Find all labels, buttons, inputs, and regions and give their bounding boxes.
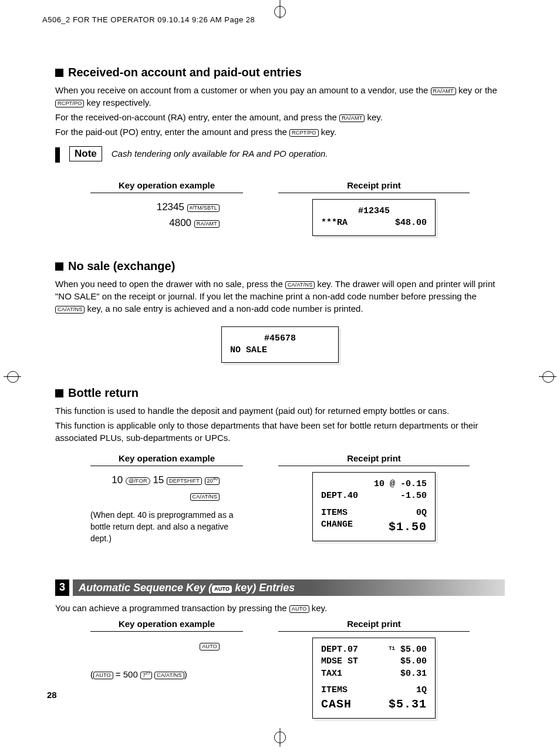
heading-bottle-return: Bottle return xyxy=(55,386,505,400)
paragraph: You can achieve a programmed transaction… xyxy=(55,602,505,614)
receipt-print: #45678 NO SALE xyxy=(221,326,339,363)
key-for: @/FOR xyxy=(126,477,150,485)
receipt-print: 10 @ -0.15 DEPT.40-1.50 ITEMS0Q CHANGE$1… xyxy=(312,472,436,541)
key-tmsbtl: #/TM/SBTL xyxy=(187,204,220,212)
key-rcptpo: RCPT/PO xyxy=(55,100,84,107)
cropmark-top xyxy=(274,6,286,18)
key-caatns: CA/AT/NS xyxy=(55,306,85,314)
receipt-print: DEPT.07T1 $5.00 MDSE ST$5.00 TAX1$0.31 I… xyxy=(312,638,436,719)
key-raamt: RA/AMT xyxy=(339,114,365,122)
subnote: (When dept. 40 is preprogrammed as a bot… xyxy=(90,510,243,544)
key-operation: 12345 #/TM/SBTL 4800 RA/AMT xyxy=(90,199,243,231)
key-auto: AUTO xyxy=(93,672,113,679)
section-bottle-return: Bottle return This function is used to h… xyxy=(55,386,505,544)
key-raamt: RA/AMT xyxy=(431,87,456,95)
section-no-sale: No sale (exchange) When you need to open… xyxy=(55,259,505,363)
paragraph: For the received-on-account (RA) entry, … xyxy=(55,111,505,123)
section-ra-po: Received-on account and paid-out entries… xyxy=(55,66,505,236)
paragraph: This function is applicable only to thos… xyxy=(55,419,505,444)
key-auto: AUTO xyxy=(289,605,309,613)
cropmark-left xyxy=(7,371,18,382)
key-deptshift: DEPTSHIFT xyxy=(167,477,202,485)
banner-heading: Automatic Sequence Key (AUTO key) Entrie… xyxy=(73,579,505,596)
key-7: 727 xyxy=(140,672,152,679)
col-title-receipt: Receipt print xyxy=(278,180,470,193)
key-caatns: CA/AT/NS xyxy=(154,672,184,679)
cropmark-right xyxy=(542,371,553,382)
print-header: A506_2 FOR THE OPERATOR 09.10.14 9:26 AM… xyxy=(42,15,255,24)
paragraph: When you need to open the drawer with no… xyxy=(55,278,505,315)
key-dept20: 2040 xyxy=(205,477,220,485)
note-text: Cash tendering only available for RA and… xyxy=(112,146,328,159)
page-number: 28 xyxy=(47,690,57,700)
key-raamt: RA/AMT xyxy=(194,220,220,228)
section-number: 3 xyxy=(55,579,69,596)
key-auto: AUTO xyxy=(212,585,232,593)
key-caatns: CA/AT/NS xyxy=(190,493,220,501)
col-title-keyop: Key operation example xyxy=(90,619,243,632)
note-row: Note Cash tendering only available for R… xyxy=(55,146,505,163)
receipt-print: #12345 ***RA$48.00 xyxy=(312,199,436,236)
key-operation: 10 @/FOR 15 DEPTSHIFT 2040 CA/AT/NS xyxy=(90,472,243,504)
paragraph: When you receive on account from a custo… xyxy=(55,84,505,109)
note-label: Note xyxy=(69,146,102,161)
paragraph: This function is used to handle the depo… xyxy=(55,405,505,417)
col-title-keyop: Key operation example xyxy=(90,453,243,466)
key-caatns: CA/AT/NS xyxy=(285,281,315,289)
paragraph: For the paid-out (PO) entry, enter the a… xyxy=(55,126,505,138)
heading-ra-po: Received-on account and paid-out entries xyxy=(55,66,505,79)
key-rcptpo: RCPT/PO xyxy=(289,129,318,137)
heading-no-sale: No sale (exchange) xyxy=(55,259,505,273)
col-title-receipt: Receipt print xyxy=(278,453,470,466)
key-auto: AUTO xyxy=(200,643,220,650)
col-title-keyop: Key operation example xyxy=(90,180,243,193)
key-operation: AUTO (AUTO = 500 727 CA/AT/NS) xyxy=(90,638,243,682)
section-auto-key: 3 Automatic Sequence Key (AUTO key) Entr… xyxy=(55,579,505,719)
col-title-receipt: Receipt print xyxy=(278,619,470,632)
